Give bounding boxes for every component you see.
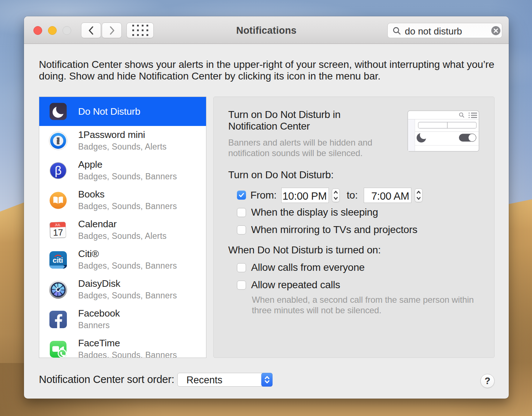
svg-text:JUL: JUL (55, 223, 61, 227)
svg-text:citi: citi (53, 256, 63, 264)
svg-text:β: β (55, 164, 62, 177)
svg-text:17: 17 (53, 227, 63, 238)
